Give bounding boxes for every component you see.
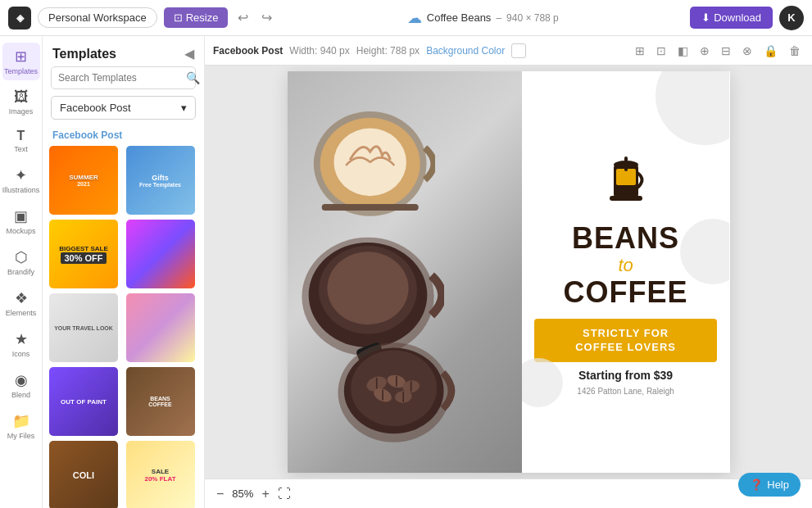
undo-button[interactable]: ↩: [234, 7, 252, 29]
bg-color-label[interactable]: Background Color: [426, 45, 505, 57]
sidebar-item-templates-label: Templates: [4, 67, 38, 75]
templates-grid: SUMMER 2021 Gifts Free Templates BIGGEST…: [43, 146, 204, 508]
category-label: Facebook Post: [43, 126, 204, 146]
sidebar-item-blend-label: Blend: [11, 391, 30, 399]
svg-rect-25: [624, 156, 628, 171]
templates-panel: Templates ◀ 🔍 Facebook Post ▾ Facebook P…: [43, 36, 205, 508]
help-button[interactable]: ❓ Help: [738, 473, 801, 497]
templates-icon: ⊞: [15, 48, 27, 66]
template-thumb-coli[interactable]: COLI: [49, 441, 118, 508]
template-thumb-gifts[interactable]: Gifts Free Templates: [126, 146, 195, 215]
sidebar-item-images[interactable]: 🖼 Images: [2, 84, 40, 120]
resize-icon: ⊡: [174, 11, 183, 24]
zoom-out-button[interactable]: −: [216, 487, 224, 501]
template-thumb-paint[interactable]: [126, 293, 195, 362]
myfiles-icon: 📁: [12, 412, 30, 430]
brandify-icon: ⬡: [15, 248, 28, 266]
sidebar-item-elements-label: Elements: [6, 309, 37, 317]
sidebar-item-elements[interactable]: ❖ Elements: [2, 284, 40, 322]
grid-icon[interactable]: ⊡: [653, 43, 669, 59]
template-thumb-sale-flat[interactable]: SALE 20% FLAT: [126, 441, 195, 508]
icons-icon: ★: [15, 330, 28, 348]
sidebar-item-templates[interactable]: ⊞ Templates: [2, 43, 40, 80]
blend-icon: ◉: [15, 371, 28, 389]
sidebar-item-text[interactable]: T Text: [2, 124, 40, 158]
height-label: Height: 788 px: [356, 45, 420, 57]
sidebar-item-illustrations-label: Illustrations: [2, 186, 40, 194]
template-type-dropdown[interactable]: Facebook Post ▾: [51, 96, 196, 120]
collapse-panel-button[interactable]: ◀: [184, 46, 194, 61]
mockups-icon: ▣: [14, 207, 28, 225]
templates-header: Templates ◀: [43, 36, 204, 66]
sidebar-item-text-label: Text: [14, 145, 28, 153]
zoom-in-button[interactable]: +: [261, 487, 269, 501]
align-icon[interactable]: ⊞: [632, 43, 648, 59]
workspace-button[interactable]: Personal Workspace: [38, 7, 157, 28]
template-thumb-travel[interactable]: YOUR TRAVEL LOOK: [49, 293, 118, 362]
format-label: Facebook Post: [213, 45, 283, 57]
toolbar-right: ⊞ ⊡ ◧ ⊕ ⊟ ⊗ 🔒 🗑: [632, 43, 804, 59]
sidebar-item-icons-label: Icons: [12, 350, 30, 358]
template-thumb-biggest[interactable]: BIGGEST SALE 30% OFF: [49, 220, 118, 288]
app-logo: ◈: [8, 7, 31, 29]
search-input[interactable]: [58, 72, 181, 84]
address: 1426 Patton Lane, Raleigh: [577, 387, 674, 396]
circle-3: [522, 358, 563, 407]
sidebar-item-mockups-label: Mockups: [6, 227, 35, 235]
add-icon[interactable]: ⊕: [696, 43, 713, 59]
illustrations-icon: ✦: [15, 166, 27, 184]
circle-1: [655, 71, 729, 145]
canvas-area: Facebook Post Width: 940 px Height: 788 …: [205, 36, 812, 508]
delete-icon[interactable]: 🗑: [786, 43, 804, 59]
template-thumb-summer[interactable]: SUMMER 2021: [49, 146, 118, 215]
stack-icon[interactable]: ⊟: [718, 43, 734, 59]
sidebar-item-blend[interactable]: ◉ Blend: [2, 366, 40, 404]
to-label: to: [618, 255, 633, 276]
filename-label: Coffee Beans: [427, 11, 492, 24]
download-button[interactable]: ⬇ Download: [690, 7, 773, 29]
avatar[interactable]: K: [779, 6, 804, 30]
sidebar-item-illustrations[interactable]: ✦ Illustrations: [2, 161, 40, 199]
svg-point-11: [351, 351, 437, 426]
search-container: 🔍: [51, 66, 196, 89]
cup-bottom-svg: [329, 312, 458, 473]
bg-color-swatch[interactable]: [511, 43, 526, 58]
canvas-workspace[interactable]: BEANS to COFFEE STRICTLY FOR COFFEE LOVE…: [205, 66, 812, 479]
sidebar-item-mockups[interactable]: ▣ Mockups: [2, 202, 40, 240]
template-thumb-paint2[interactable]: OUT OF PAINT: [49, 367, 118, 436]
fullscreen-button[interactable]: ⛶: [278, 487, 291, 501]
download-icon: ⬇: [701, 11, 710, 24]
sidebar-item-myfiles-label: My Files: [7, 432, 35, 440]
templates-title: Templates: [52, 47, 116, 61]
icon-sidebar: ⊞ Templates 🖼 Images T Text ✦ Illustrati…: [0, 36, 43, 508]
dimensions-value: 940 × 788 p: [506, 12, 559, 24]
starting-price: Starting from $39: [578, 369, 673, 382]
design-text-area: BEANS to COFFEE STRICTLY FOR COFFEE LOVE…: [522, 71, 730, 473]
width-label: Width: 940 px: [289, 45, 349, 57]
template-thumb-cofi[interactable]: BEANS COFFEE: [126, 367, 195, 436]
topbar: ◈ Personal Workspace ⊡ Resize ↩ ↪ ☁ Coff…: [0, 0, 812, 36]
canvas-bottom: − 85% + ⛶: [205, 479, 812, 508]
sidebar-item-brandify[interactable]: ⬡ Brandify: [2, 243, 40, 281]
cta-banner: STRICTLY FOR COFFEE LOVERS: [534, 319, 718, 363]
sidebar-item-myfiles[interactable]: 📁 My Files: [2, 407, 40, 445]
search-icon: 🔍: [186, 71, 200, 84]
design-photo-area: [288, 71, 522, 473]
sidebar-item-images-label: Images: [9, 107, 34, 116]
images-icon: 🖼: [14, 88, 29, 106]
text-icon: T: [17, 129, 25, 143]
redo-button[interactable]: ↪: [258, 7, 275, 29]
resize-button[interactable]: ⊡ Resize: [164, 7, 229, 28]
template-thumb-colorful[interactable]: [126, 220, 195, 288]
lock-icon[interactable]: 🔒: [760, 43, 781, 59]
elements-icon: ❖: [15, 289, 28, 307]
coffee-cup-icon: [601, 148, 651, 217]
canvas-toolbar: Facebook Post Width: 940 px Height: 788 …: [205, 36, 812, 66]
cta-line1: STRICTLY FOR: [541, 327, 711, 341]
layers-icon[interactable]: ◧: [674, 43, 692, 59]
copy-icon[interactable]: ⊗: [739, 43, 755, 59]
cloud-icon: ☁: [407, 9, 422, 27]
coffee-heading: COFFEE: [564, 278, 688, 307]
beans-heading: BEANS: [572, 224, 679, 253]
sidebar-item-icons[interactable]: ★ Icons: [2, 325, 40, 363]
